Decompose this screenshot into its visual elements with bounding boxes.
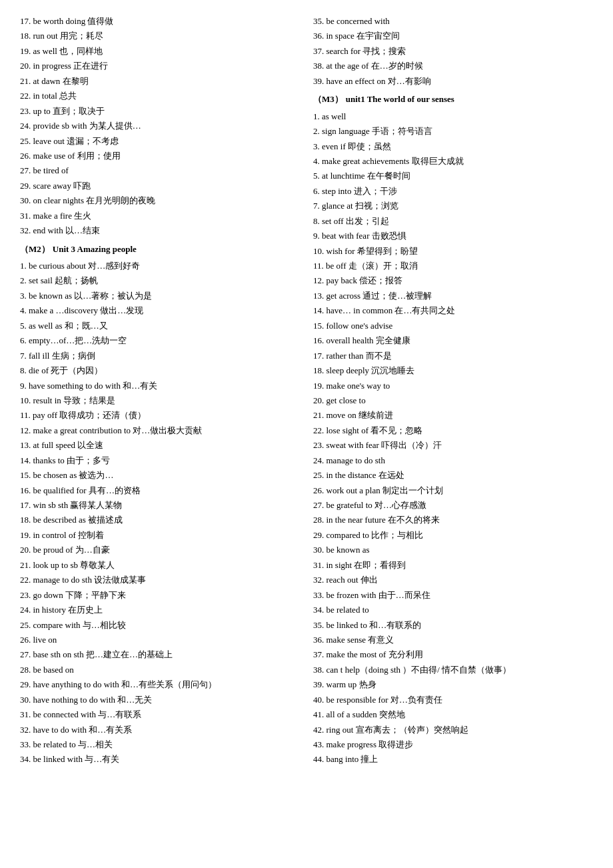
list-item: 35. be linked to 和…有联系的 bbox=[313, 618, 593, 632]
list-item: 37. search for 寻找；搜索 bbox=[313, 44, 593, 58]
list-item: 38. can t help（doing sth ）不由得/ 情不自禁（做事） bbox=[313, 663, 593, 677]
list-item: 29. compared to 比作；与相比 bbox=[313, 528, 593, 542]
list-item: 3. even if 即使；虽然 bbox=[313, 139, 593, 153]
list-item: 13. get across 通过；使…被理解 bbox=[313, 289, 593, 303]
list-item: 19. make one's way to bbox=[313, 379, 593, 393]
list-item: 31. make a fire 生火 bbox=[20, 209, 300, 223]
list-item: 30. have nothing to do with 和…无关 bbox=[20, 693, 300, 707]
list-item: 8. die of 死于（内因） bbox=[20, 363, 300, 377]
list-item: 18. run out 用完；耗尽 bbox=[20, 29, 300, 43]
list-item: 26. live on bbox=[20, 633, 300, 647]
list-item: 26. work out a plan 制定出一个计划 bbox=[313, 483, 593, 497]
list-item: 22. manage to do sth 设法做成某事 bbox=[20, 573, 300, 587]
list-item: 4. make great achievements 取得巨大成就 bbox=[313, 154, 593, 168]
list-item: 5. as well as 和；既…又 bbox=[20, 319, 300, 333]
list-item: 10. result in 导致；结果是 bbox=[20, 393, 300, 407]
list-item: 8. set off 出发；引起 bbox=[313, 214, 593, 228]
list-item: 21. at dawn 在黎明 bbox=[20, 74, 300, 88]
list-item: 31. in sight 在即；看得到 bbox=[313, 558, 593, 572]
list-item: 23. up to 直到；取决于 bbox=[20, 104, 300, 118]
list-item: 7. fall ill 生病；病倒 bbox=[20, 349, 300, 363]
list-item: 3. be known as 以…著称；被认为是 bbox=[20, 289, 300, 303]
list-item: 1. as well bbox=[313, 109, 593, 123]
list-item: 31. be connected with 与…有联系 bbox=[20, 707, 300, 721]
list-item: 10. wish for 希望得到；盼望 bbox=[313, 244, 593, 258]
list-item: 24. manage to do sth bbox=[313, 453, 593, 467]
list-item: 25. leave out 遗漏；不考虑 bbox=[20, 134, 300, 148]
list-item: 32. reach out 伸出 bbox=[313, 573, 593, 587]
list-item: 14. have… in common 在…有共同之处 bbox=[313, 303, 593, 317]
list-item: 33. be frozen with 由于…而呆住 bbox=[313, 588, 593, 602]
list-item: 32. end with 以…结束 bbox=[20, 223, 300, 237]
list-item: 12. make a great contribution to 对…做出极大贡… bbox=[20, 423, 300, 437]
list-item: 38. at the age of 在…岁的时候 bbox=[313, 59, 593, 73]
list-item: 22. lose sight of 看不见；忽略 bbox=[313, 423, 593, 437]
list-item: 22. in total 总共 bbox=[20, 89, 300, 103]
list-item: 44. bang into 撞上 bbox=[313, 752, 593, 766]
list-item: 27. be grateful to 对…心存感激 bbox=[313, 498, 593, 512]
list-item: 5. at lunchtime 在午餐时间 bbox=[313, 169, 593, 183]
list-item: 27. base sth on sth 把…建立在…的基础上 bbox=[20, 647, 300, 661]
list-item: 11. pay off 取得成功；还清（债） bbox=[20, 408, 300, 422]
left-section-header: （M2） Unit 3 Amazing people bbox=[20, 242, 300, 256]
list-item: 6. empty…of…把…洗劫一空 bbox=[20, 333, 300, 347]
list-item: 40. be responsible for 对…负有责任 bbox=[313, 693, 593, 707]
list-item: 15. follow one's advise bbox=[313, 319, 593, 333]
list-item: 39. warm up 热身 bbox=[313, 677, 593, 691]
list-item: 9. beat with fear 击败恐惧 bbox=[313, 229, 593, 243]
list-item: 2. sign language 手语；符号语言 bbox=[313, 124, 593, 138]
list-item: 7. glance at 扫视；浏览 bbox=[313, 199, 593, 213]
list-item: 28. be based on bbox=[20, 663, 300, 677]
list-item: 1. be curious about 对…感到好奇 bbox=[20, 259, 300, 273]
list-item: 19. as well 也，同样地 bbox=[20, 44, 300, 58]
list-item: 37. make the most of 充分利用 bbox=[313, 647, 593, 661]
list-item: 32. have to do with 和…有关系 bbox=[20, 723, 300, 737]
list-item: 25. compare with 与…相比较 bbox=[20, 618, 300, 632]
list-item: 15. be chosen as 被选为… bbox=[20, 468, 300, 482]
list-item: 33. be related to 与…相关 bbox=[20, 737, 300, 751]
left-column: 17. be worth doing 值得做18. run out 用完；耗尽1… bbox=[20, 13, 300, 767]
list-item: 9. have something to do with 和…有关 bbox=[20, 379, 300, 393]
list-item: 29. scare away 吓跑 bbox=[20, 179, 300, 193]
list-item: 41. all of a sudden 突然地 bbox=[313, 707, 593, 721]
list-item: 34. be related to bbox=[313, 603, 593, 617]
left-section-title: Unit 3 Amazing people bbox=[53, 242, 137, 256]
list-item: 14. thanks to 由于；多亏 bbox=[20, 453, 300, 467]
list-item: 19. in control of 控制着 bbox=[20, 528, 300, 542]
list-item: 21. move on 继续前进 bbox=[313, 408, 593, 422]
list-item: 18. sleep deeply 沉沉地睡去 bbox=[313, 363, 593, 377]
list-item: 17. be worth doing 值得做 bbox=[20, 14, 300, 28]
right-section-title: unit1 The world of our senses bbox=[346, 92, 454, 106]
list-item: 6. step into 进入；干涉 bbox=[313, 184, 593, 198]
list-item: 4. make a …discovery 做出…发现 bbox=[20, 303, 300, 317]
list-item: 24. provide sb with 为某人提供… bbox=[20, 119, 300, 133]
right-section-header: （M3） unit1 The world of our senses bbox=[313, 92, 593, 106]
list-item: 28. in the near future 在不久的将来 bbox=[313, 513, 593, 527]
list-item: 34. be linked with 与…有关 bbox=[20, 752, 300, 766]
list-item: 26. make use of 利用；使用 bbox=[20, 149, 300, 163]
list-item: 23. sweat with fear 吓得出（冷）汗 bbox=[313, 438, 593, 452]
list-item: 13. at full speed 以全速 bbox=[20, 438, 300, 452]
list-item: 17. win sb sth 赢得某人某物 bbox=[20, 498, 300, 512]
list-item: 16. overall health 完全健康 bbox=[313, 333, 593, 347]
list-item: 11. be off 走（滚）开；取消 bbox=[313, 259, 593, 273]
right-column: 35. be concerned with36. in space 在宇宙空间3… bbox=[313, 13, 593, 767]
list-item: 29. have anything to do with 和…有些关系（用问句） bbox=[20, 677, 300, 691]
list-item: 2. set sail 起航；扬帆 bbox=[20, 273, 300, 287]
list-item: 23. go down 下降；平静下来 bbox=[20, 588, 300, 602]
list-item: 20. in progress 正在进行 bbox=[20, 59, 300, 73]
list-item: 42. ring out 宣布离去；（铃声）突然响起 bbox=[313, 723, 593, 737]
list-item: 20. get close to bbox=[313, 393, 593, 407]
list-item: 36. make sense 有意义 bbox=[313, 633, 593, 647]
list-item: 27. be tired of bbox=[20, 163, 300, 177]
list-item: 16. be qualified for 具有…的资格 bbox=[20, 483, 300, 497]
list-item: 39. have an effect on 对…有影响 bbox=[313, 74, 593, 88]
list-item: 18. be described as 被描述成 bbox=[20, 513, 300, 527]
list-item: 17. rather than 而不是 bbox=[313, 349, 593, 363]
list-item: 30. on clear nights 在月光明朗的夜晚 bbox=[20, 193, 300, 207]
list-item: 24. in history 在历史上 bbox=[20, 603, 300, 617]
list-item: 30. be known as bbox=[313, 543, 593, 557]
list-item: 25. in the distance 在远处 bbox=[313, 468, 593, 482]
list-item: 12. pay back 偿还；报答 bbox=[313, 273, 593, 287]
list-item: 20. be proud of 为…自豪 bbox=[20, 543, 300, 557]
